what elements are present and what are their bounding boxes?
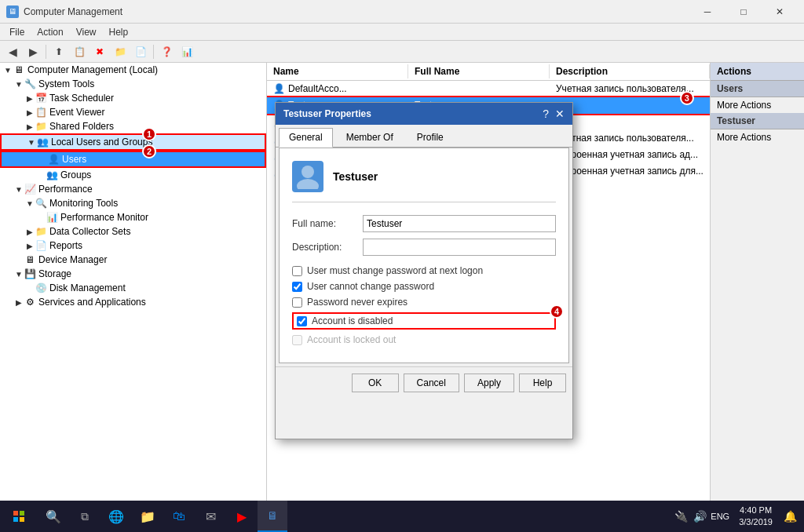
description-input[interactable] bbox=[363, 239, 556, 256]
tree-event-viewer[interactable]: ▶ 📋 Event Viewer bbox=[0, 105, 266, 119]
close-button[interactable]: ✕ bbox=[762, 0, 798, 24]
start-button[interactable] bbox=[0, 501, 38, 532]
help-button[interactable]: Help bbox=[519, 373, 566, 392]
minimize-button[interactable]: ─ bbox=[689, 0, 725, 24]
tree-device-manager[interactable]: 🖥 Device Manager bbox=[0, 253, 266, 267]
col-fullname[interactable]: Full Name bbox=[408, 64, 550, 78]
tree-data-collector[interactable]: ▶ 📁 Data Collector Sets bbox=[0, 224, 266, 239]
tree-storage-label: Storage bbox=[38, 268, 71, 279]
actions-more-testuser[interactable]: More Actions ▶ bbox=[711, 129, 804, 145]
app-icon: 🖥 bbox=[6, 5, 19, 18]
comp-mgmt-taskbar[interactable]: 🖥 bbox=[258, 501, 287, 532]
account-disabled-checkbox[interactable] bbox=[297, 316, 307, 326]
tree-services[interactable]: ▶ ⚙ Services and Applications bbox=[0, 295, 266, 309]
chart-button[interactable]: 📊 bbox=[177, 43, 196, 60]
cancel-button[interactable]: Cancel bbox=[404, 373, 459, 392]
help-button[interactable]: ❓ bbox=[157, 43, 176, 60]
window-title: Computer Management bbox=[24, 6, 689, 17]
tree-performance[interactable]: ▼ 📈 Performance bbox=[0, 182, 266, 196]
badge-2: 2 bbox=[142, 144, 156, 159]
dialog-close-button[interactable]: ✕ bbox=[555, 107, 565, 120]
youtube-button[interactable]: ▶ bbox=[226, 501, 258, 532]
tree-arrow-svc: ▶ bbox=[14, 297, 24, 307]
col-name[interactable]: Name bbox=[267, 64, 408, 78]
dialog-body: Testuser Full name: Description: User mu… bbox=[279, 148, 569, 363]
user-desc-cell3: Учетная запись пользователя... bbox=[550, 132, 710, 144]
tree-arrow-pm bbox=[36, 213, 46, 222]
mail-button[interactable]: ✉ bbox=[195, 501, 226, 532]
tree-monitoring-tools[interactable]: ▼ 🔍 Monitoring Tools bbox=[0, 196, 266, 210]
folder-button[interactable]: 📁 bbox=[111, 43, 130, 60]
delete-button[interactable]: ✖ bbox=[90, 43, 109, 60]
menu-view[interactable]: View bbox=[70, 25, 103, 39]
taskbar-tray: 🔌 🔊 ENG 4:40 PM 3/3/2019 🔔 bbox=[673, 501, 804, 532]
fullname-row: Full name: bbox=[292, 215, 556, 232]
taskbar-search[interactable]: 🔍 bbox=[38, 501, 69, 532]
tree-device-manager-label: Device Manager bbox=[38, 254, 107, 265]
tree-system-tools[interactable]: ▼ 🔧 System Tools bbox=[0, 77, 266, 91]
properties-dialog: Testuser Properties ? ✕ General Member O… bbox=[275, 102, 573, 439]
tree-arrow-disk bbox=[25, 283, 35, 293]
fullname-input[interactable] bbox=[363, 215, 556, 232]
tree-arrow-g bbox=[36, 170, 46, 180]
list-item[interactable]: 👤 DefaultAcco... Учетная запись пользова… bbox=[267, 81, 710, 97]
tree-shared-folders[interactable]: ▶ 📁 Shared Folders bbox=[0, 119, 266, 133]
maximize-button[interactable]: □ bbox=[725, 0, 762, 24]
tab-member-of[interactable]: Member Of bbox=[336, 128, 404, 147]
locked-out-checkbox[interactable] bbox=[292, 335, 302, 345]
never-expires-checkbox[interactable] bbox=[292, 297, 302, 308]
tree-panel: ▼ 🖥 Computer Management (Local) ▼ 🔧 Syst… bbox=[0, 63, 267, 513]
tray-network-icon[interactable]: 🔌 bbox=[673, 508, 689, 524]
tree-disk-management[interactable]: 💿 Disk Management bbox=[0, 281, 266, 295]
cannot-change-pwd-checkbox[interactable] bbox=[292, 282, 302, 292]
dialog-controls: ? ✕ bbox=[543, 107, 565, 120]
menu-action[interactable]: Action bbox=[31, 25, 69, 39]
tray-volume-icon[interactable]: 🔊 bbox=[692, 508, 707, 524]
tree-arrow-stor: ▼ bbox=[14, 269, 24, 279]
edge-button[interactable]: 🌐 bbox=[100, 501, 132, 532]
store-button[interactable]: 🛍 bbox=[163, 501, 195, 532]
tree-storage[interactable]: ▼ 💾 Storage bbox=[0, 267, 266, 281]
window-controls: ─ □ ✕ bbox=[689, 0, 798, 24]
tree-arrow-ts: ▶ bbox=[25, 93, 35, 103]
tree-root[interactable]: ▼ 🖥 Computer Management (Local) bbox=[0, 63, 266, 77]
clock[interactable]: 4:40 PM 3/3/2019 bbox=[733, 501, 779, 532]
menu-file[interactable]: File bbox=[3, 25, 31, 39]
copy-button[interactable]: 📋 bbox=[70, 43, 89, 60]
actions-testuser-header: Testuser bbox=[711, 113, 804, 129]
user-icon-area: Testuser bbox=[292, 161, 556, 202]
must-change-pwd-checkbox[interactable] bbox=[292, 266, 302, 276]
task-view-button[interactable]: ⧉ bbox=[69, 501, 100, 532]
checkbox-must-change: User must change password at next logon bbox=[292, 265, 556, 276]
mail-icon: ✉ bbox=[206, 509, 216, 524]
tree-groups[interactable]: 👥 Groups bbox=[0, 168, 266, 182]
properties-button[interactable]: 📄 bbox=[131, 43, 150, 60]
explorer-button[interactable]: 📁 bbox=[132, 501, 163, 532]
computer-icon: 🖥 bbox=[13, 64, 25, 76]
forward-button[interactable]: ▶ bbox=[24, 43, 42, 60]
tab-general[interactable]: General bbox=[279, 128, 333, 148]
tree-local-users[interactable]: ▼ 👥 Local Users and Groups bbox=[0, 133, 266, 151]
tab-profile[interactable]: Profile bbox=[407, 128, 454, 147]
perf-monitor-icon: 📊 bbox=[46, 211, 58, 224]
fullname-label: Full name: bbox=[292, 218, 363, 229]
actions-more-users[interactable]: More Actions ▶ bbox=[711, 97, 804, 113]
user-fullname-cell bbox=[408, 88, 550, 89]
dialog-help-button[interactable]: ? bbox=[543, 107, 549, 120]
up-button[interactable]: ⬆ bbox=[49, 43, 68, 60]
dialog-username: Testuser bbox=[333, 170, 378, 183]
svg-point-0 bbox=[302, 166, 314, 178]
tree-reports[interactable]: ▶ 📄 Reports bbox=[0, 239, 266, 253]
tree-perf-monitor[interactable]: 📊 Performance Monitor bbox=[0, 210, 266, 224]
menu-help[interactable]: Help bbox=[103, 25, 135, 39]
taskbar: 🔍 ⧉ 🌐 📁 🛍 ✉ ▶ 🖥 🔌 🔊 ENG 4:40 PM 3/3/2019… bbox=[0, 501, 804, 532]
col-description[interactable]: Description bbox=[550, 64, 710, 78]
tree-task-scheduler[interactable]: ▶ 📅 Task Scheduler bbox=[0, 91, 266, 105]
ok-button[interactable]: OK bbox=[352, 373, 399, 392]
notification-icon[interactable]: 🔔 bbox=[782, 508, 798, 524]
apply-button[interactable]: Apply bbox=[464, 373, 514, 392]
tree-users[interactable]: 👤 Users bbox=[0, 151, 266, 168]
actions-header: Actions bbox=[711, 63, 804, 81]
column-headers: Name Full Name Description bbox=[267, 63, 710, 81]
back-button[interactable]: ◀ bbox=[3, 43, 22, 60]
